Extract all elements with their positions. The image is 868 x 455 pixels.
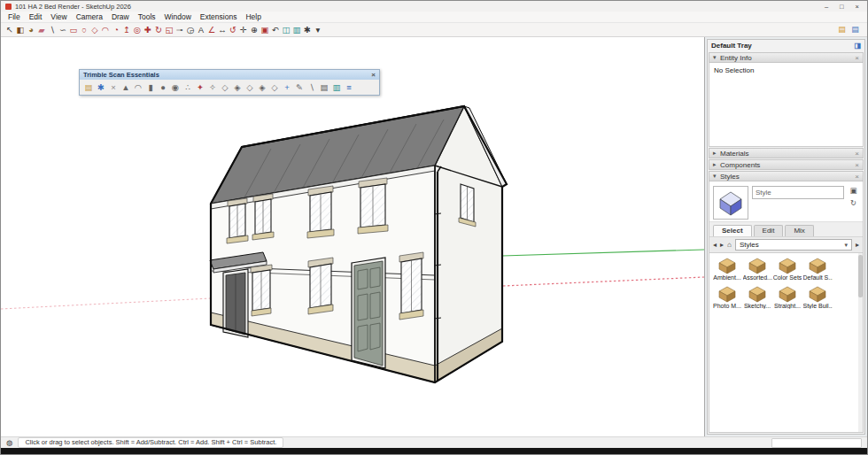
previous-view-icon[interactable]: ↶	[270, 23, 281, 36]
chevron-down-icon[interactable]: ▾	[713, 54, 720, 61]
polygon-d-icon[interactable]: ◈	[256, 81, 268, 93]
section-header-materials[interactable]: ▸ Materials ×	[709, 148, 864, 158]
Extensions[interactable]: Extensions	[196, 12, 242, 23]
File[interactable]: File	[4, 12, 25, 23]
measurements-input[interactable]	[771, 438, 862, 448]
active-style-thumbnail[interactable]	[713, 186, 748, 220]
style-collection-item[interactable]: Color Sets	[772, 257, 802, 281]
Camera[interactable]: Camera	[72, 12, 107, 23]
polygon-a-icon[interactable]: ◇	[219, 81, 231, 93]
droplet-icon[interactable]: ◉	[169, 81, 182, 93]
freehand-tool-icon[interactable]: ∽	[58, 23, 68, 36]
offset-tool-icon[interactable]: ◎	[132, 23, 143, 36]
scan-close-tool-icon[interactable]: ×	[107, 81, 120, 93]
styles-collection-dropdown[interactable]: Styles ▾	[735, 239, 852, 251]
polygon-tool-icon[interactable]: ◇	[89, 23, 100, 36]
scan-toolbar-close-button[interactable]: ×	[371, 71, 376, 79]
section-plane-icon[interactable]: ◫	[281, 23, 291, 36]
add-point-icon[interactable]: +	[281, 81, 293, 93]
layers-b-icon[interactable]: ▥	[330, 81, 343, 93]
tape-measure-icon[interactable]: ⊸	[174, 23, 185, 36]
maximize-button[interactable]: □	[840, 3, 844, 11]
Tools[interactable]: Tools	[134, 12, 160, 23]
close-button[interactable]: ×	[856, 3, 859, 11]
rotate-tool-icon[interactable]: ↻	[153, 23, 164, 36]
paint-bucket-icon[interactable]: ◕	[26, 23, 36, 36]
page-edit-icon[interactable]: ▤	[837, 23, 847, 36]
forward-arrow-icon[interactable]: ▸	[720, 241, 724, 249]
rectangle-tool-icon[interactable]: ▭	[68, 23, 79, 36]
style-collection-item[interactable]: Straight...	[772, 285, 802, 309]
orbit-tool-icon[interactable]: ↺	[228, 23, 238, 36]
chevron-right-icon[interactable]: ▸	[713, 150, 720, 157]
Help[interactable]: Help	[241, 12, 265, 23]
style-collection-item[interactable]: Sketchy...	[742, 285, 772, 309]
dimension-tool-icon[interactable]: ↔	[217, 23, 228, 36]
line-tool-icon[interactable]: ∖	[47, 23, 58, 36]
sphere-icon[interactable]: ●	[157, 81, 169, 93]
back-arrow-icon[interactable]: ◂	[713, 241, 717, 249]
style-collection-item[interactable]: Style Buil...	[802, 285, 833, 309]
gable-window[interactable]	[459, 184, 476, 227]
section-header-components[interactable]: ▸ Components ×	[709, 159, 864, 170]
page-view-icon[interactable]: ▤	[850, 23, 860, 36]
chevron-right-icon[interactable]: ▸	[713, 161, 720, 168]
polygon-e-icon[interactable]: ◇	[268, 81, 281, 93]
tab-edit[interactable]: Edit	[754, 225, 784, 236]
scrollbar-thumb[interactable]	[858, 255, 863, 297]
make-component-icon[interactable]: ◧	[15, 23, 26, 36]
trimble-scan-toolbar[interactable]: Trimble Scan Essentials × ▤ ✱ × ▲ ◠ ▮	[79, 69, 380, 96]
layers-stack-icon[interactable]: ≡	[343, 81, 355, 93]
style-collection-item[interactable]: Ambient...	[712, 257, 742, 281]
axes-tool-icon[interactable]: ∠	[206, 23, 217, 36]
close-icon[interactable]: ×	[855, 150, 859, 158]
push-pull-tool-icon[interactable]: ↥	[121, 23, 132, 36]
viewport-3d[interactable]: Trimble Scan Essentials × ▤ ✱ × ▲ ◠ ▮	[1, 37, 704, 436]
x-ray-icon[interactable]: ▥	[291, 23, 302, 36]
style-collection-item[interactable]: Default S...	[802, 257, 833, 281]
close-icon[interactable]: ×	[855, 173, 859, 181]
text-tool-icon[interactable]: A	[196, 23, 206, 36]
scan-toolbar-titlebar[interactable]: Trimble Scan Essentials ×	[80, 70, 379, 80]
Draw[interactable]: Draw	[107, 12, 134, 23]
scan-settings-gear-icon[interactable]: ✱	[95, 81, 107, 93]
pie-tool-icon[interactable]: ◔	[111, 23, 121, 36]
geolocation-icon[interactable]: ◍	[6, 437, 12, 448]
move-tool-icon[interactable]: ✚	[143, 23, 153, 36]
protractor-icon[interactable]: ◶	[185, 23, 196, 36]
scan-points-icon[interactable]: ∴	[182, 81, 194, 93]
chevron-down-icon[interactable]: ▾	[713, 173, 720, 180]
zoom-tool-icon[interactable]: ⊕	[249, 23, 260, 36]
pan-tool-icon[interactable]: ✛	[238, 23, 249, 36]
in-model-icon[interactable]: ⌂	[727, 241, 732, 249]
cylinder-icon[interactable]: ▮	[144, 81, 157, 93]
close-icon[interactable]: ×	[855, 54, 859, 62]
eraser-icon[interactable]: ▰	[36, 23, 47, 36]
front-door[interactable]	[354, 261, 383, 366]
View[interactable]: View	[46, 12, 71, 23]
layers-a-icon[interactable]: ▤	[318, 81, 330, 93]
details-arrow-button[interactable]: ▸	[856, 241, 859, 249]
tab-select[interactable]: Select	[713, 225, 752, 236]
minimize-button[interactable]: –	[825, 3, 828, 11]
tray-options-icon[interactable]: ◨	[854, 42, 861, 50]
tab-mix[interactable]: Mix	[785, 225, 813, 236]
polygon-b-icon[interactable]: ◈	[231, 81, 244, 93]
cone-icon[interactable]: ▲	[120, 81, 132, 93]
pencil-icon[interactable]: ✎	[293, 81, 306, 93]
styles-scrollbar[interactable]	[858, 253, 863, 432]
select-tool-icon[interactable]: ↖	[4, 23, 15, 36]
style-name-input[interactable]	[752, 186, 844, 199]
slash-icon[interactable]: ∖	[306, 81, 318, 93]
style-collection-item[interactable]: Assorted...	[742, 257, 772, 281]
zoom-extents-icon[interactable]: ▣	[260, 23, 270, 36]
Edit[interactable]: Edit	[25, 12, 47, 23]
update-style-button[interactable]: ↻	[850, 198, 856, 207]
dome-icon[interactable]: ◠	[132, 81, 144, 93]
scale-tool-icon[interactable]: ◱	[164, 23, 174, 36]
arc-tool-icon[interactable]: ◠	[100, 23, 111, 36]
circle-tool-icon[interactable]: ○	[79, 23, 89, 36]
Window[interactable]: Window	[160, 12, 196, 23]
style-collection-item[interactable]: Photo M...	[712, 285, 742, 309]
section-header-styles[interactable]: ▾ Styles ×	[709, 171, 864, 181]
